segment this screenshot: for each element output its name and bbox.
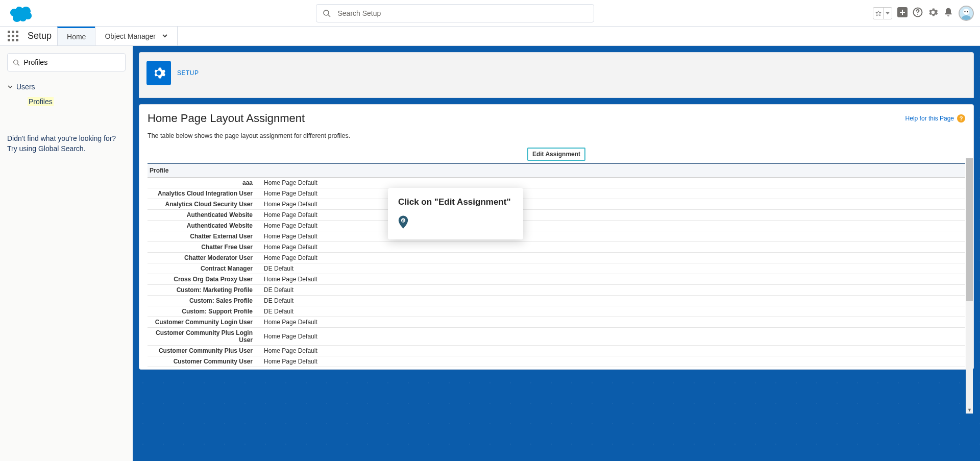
layout-cell: Home Page Default [260, 367, 965, 370]
layout-cell: Home Page Default [260, 356, 965, 367]
favorites-button[interactable] [873, 7, 892, 19]
layout-cell: Home Page Default [260, 242, 965, 253]
gear-icon[interactable] [928, 7, 938, 19]
profile-cell: Customer Portal Manager Custom [148, 367, 260, 370]
layout-cell: Home Page Default [260, 210, 965, 221]
page-description: The table below shows the page layout as… [139, 125, 973, 144]
gear-icon [146, 61, 171, 85]
svg-point-11 [967, 11, 968, 12]
table-row: Chatter External UserHome Page Default [148, 231, 965, 242]
profile-cell: Customer Community Plus User [148, 346, 260, 356]
table-row: Chatter Free UserHome Page Default [148, 242, 965, 253]
table-row: Customer Community Plus Login UserHome P… [148, 328, 965, 346]
profile-cell: Contract Manager [148, 263, 260, 274]
guide-tooltip-text: Click on "Edit Assignment" [398, 197, 513, 207]
table-row: Custom: Support ProfileDE Default [148, 306, 965, 317]
layout-cell: Home Page Default [260, 188, 965, 199]
app-launcher[interactable] [0, 27, 26, 45]
tab-object-manager[interactable]: Object Manager [95, 27, 178, 45]
layout-cell: DE Default [260, 263, 965, 274]
layout-cell: DE Default [260, 285, 965, 296]
search-icon [13, 59, 19, 66]
svg-point-7 [932, 11, 935, 14]
layout-cell: Home Page Default [260, 328, 965, 346]
tree-node-users[interactable]: Users [7, 80, 126, 94]
user-avatar[interactable] [959, 6, 974, 21]
profile-cell: Custom: Marketing Profile [148, 285, 260, 296]
edit-assignment-button[interactable]: Edit Assignment [527, 148, 585, 161]
quick-find-input[interactable] [23, 58, 120, 66]
svg-point-15 [157, 71, 161, 75]
star-icon [873, 8, 884, 19]
waffle-icon [8, 31, 18, 41]
svg-point-13 [14, 60, 18, 64]
profile-cell: Analytics Cloud Security User [148, 199, 260, 210]
profile-cell: Chatter Free User [148, 242, 260, 253]
profile-cell: Authenticated Website [148, 221, 260, 231]
svg-line-1 [328, 15, 330, 17]
profile-cell: Analytics Cloud Integration User [148, 188, 260, 199]
setup-sidebar: Users Profiles Didn't find what you're l… [0, 46, 133, 461]
tree-node-profiles[interactable]: Profiles [7, 94, 126, 109]
chevron-down-icon [162, 32, 168, 40]
svg-marker-3 [886, 12, 890, 14]
scrollbar[interactable]: ▼ [966, 158, 973, 414]
assignment-table-wrap[interactable]: Profile aaaHome Page DefaultAnalytics Cl… [139, 163, 973, 369]
help-icon: ? [957, 114, 965, 123]
notifications-icon[interactable] [943, 7, 953, 19]
svg-text:G: G [402, 219, 404, 223]
global-actions-button[interactable] [897, 7, 908, 19]
profile-cell: Customer Community Plus Login User [148, 328, 260, 346]
global-search[interactable] [316, 4, 594, 22]
layout-cell: Home Page Default [260, 253, 965, 263]
table-row: Analytics Cloud Integration UserHome Pag… [148, 188, 965, 199]
layout-cell: Home Page Default [260, 274, 965, 285]
layout-cell: Home Page Default [260, 231, 965, 242]
profile-cell: Cross Org Data Proxy User [148, 274, 260, 285]
svg-point-6 [917, 14, 918, 15]
assignment-table: Profile aaaHome Page DefaultAnalytics Cl… [148, 163, 965, 369]
table-row: Customer Community Plus UserHome Page De… [148, 346, 965, 356]
svg-point-9 [963, 9, 969, 15]
table-row: Authenticated WebsiteHome Page Default [148, 210, 965, 221]
layout-cell: Home Page Default [260, 317, 965, 328]
salesforce-logo[interactable] [6, 5, 37, 22]
table-row: Custom: Sales ProfileDE Default [148, 296, 965, 306]
chevron-down-icon: ▼ [967, 407, 972, 413]
table-row: Chatter Moderator UserHome Page Default [148, 253, 965, 263]
layout-cell: DE Default [260, 306, 965, 317]
header-actions [873, 6, 974, 21]
context-nav: Setup Home Object Manager [0, 27, 980, 46]
nav-tabs: Home Object Manager [58, 27, 178, 45]
svg-point-0 [324, 10, 329, 15]
chevron-down-icon [884, 8, 892, 19]
page-eyebrow: SETUP [177, 69, 199, 77]
profile-cell: Authenticated Website [148, 210, 260, 221]
global-header [0, 0, 980, 27]
profile-cell: aaa [148, 178, 260, 188]
layout-cell: Home Page Default [260, 221, 965, 231]
table-row: Authenticated WebsiteHome Page Default [148, 221, 965, 231]
table-header-profile: Profile [148, 163, 965, 178]
page-header: SETUP [139, 52, 974, 98]
quick-find[interactable] [7, 53, 126, 71]
svg-marker-2 [876, 11, 881, 16]
profile-cell: Chatter Moderator User [148, 253, 260, 263]
main-content: SETUP Home Page Layout Assignment Help f… [133, 46, 980, 461]
help-icon[interactable] [913, 7, 923, 19]
svg-line-14 [17, 64, 19, 65]
svg-point-10 [964, 11, 965, 12]
guide-tooltip: Click on "Edit Assignment" G [388, 188, 523, 239]
profile-cell: Customer Community User [148, 356, 260, 367]
content-card: Home Page Layout Assignment Help for thi… [139, 104, 974, 370]
layout-cell: Home Page Default [260, 199, 965, 210]
profile-cell: Custom: Sales Profile [148, 296, 260, 306]
profile-cell: Custom: Support Profile [148, 306, 260, 317]
tab-home[interactable]: Home [57, 27, 95, 45]
scrollbar-thumb[interactable] [966, 158, 973, 301]
search-icon [323, 9, 331, 17]
table-row: Analytics Cloud Security UserHome Page D… [148, 199, 965, 210]
table-row: Cross Org Data Proxy UserHome Page Defau… [148, 274, 965, 285]
global-search-input[interactable] [338, 9, 587, 17]
help-for-page-link[interactable]: Help for this Page ? [905, 114, 965, 123]
